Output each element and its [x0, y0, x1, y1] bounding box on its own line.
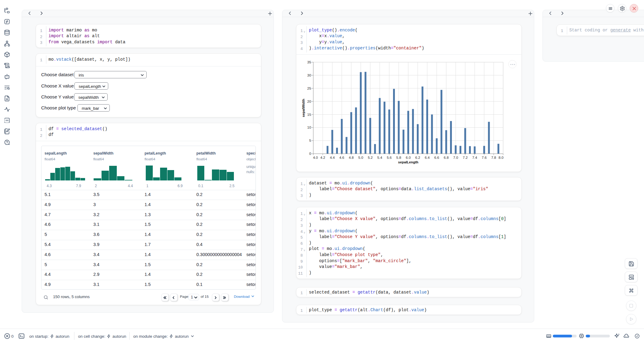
svg-text:6.4: 6.4	[425, 155, 430, 159]
svg-text:5.4: 5.4	[377, 155, 382, 159]
svg-text:0: 0	[309, 151, 311, 155]
svg-text:35: 35	[307, 60, 311, 64]
svg-text:6.2: 6.2	[415, 155, 420, 159]
svg-text:15: 15	[307, 112, 311, 116]
svg-text:7.8: 7.8	[491, 155, 496, 159]
svg-text:4.8: 4.8	[349, 155, 354, 159]
svg-text:4.6: 4.6	[339, 155, 344, 159]
svg-text:sepalWidth: sepalWidth	[302, 99, 305, 117]
svg-text:7.2: 7.2	[463, 155, 468, 159]
svg-text:4.2: 4.2	[320, 155, 325, 159]
svg-text:4.4: 4.4	[330, 155, 335, 159]
svg-text:7.4: 7.4	[472, 155, 478, 159]
svg-text:4.0: 4.0	[313, 155, 318, 159]
svg-text:5.0: 5.0	[358, 155, 363, 159]
svg-text:5.8: 5.8	[396, 155, 401, 159]
svg-text:30: 30	[307, 73, 311, 77]
svg-text:5: 5	[309, 138, 311, 142]
svg-text:sepalLength: sepalLength	[398, 160, 418, 164]
svg-text:6.6: 6.6	[434, 155, 439, 159]
svg-text:25: 25	[307, 86, 311, 90]
svg-text:7.6: 7.6	[482, 155, 487, 159]
svg-text:10: 10	[307, 125, 311, 129]
svg-text:7.0: 7.0	[453, 155, 458, 159]
svg-text:6.8: 6.8	[444, 155, 449, 159]
svg-text:5.6: 5.6	[387, 155, 392, 159]
svg-text:8.0: 8.0	[499, 155, 503, 159]
svg-text:5.2: 5.2	[368, 155, 373, 159]
svg-text:6.0: 6.0	[406, 155, 411, 159]
svg-text:20: 20	[307, 99, 311, 103]
